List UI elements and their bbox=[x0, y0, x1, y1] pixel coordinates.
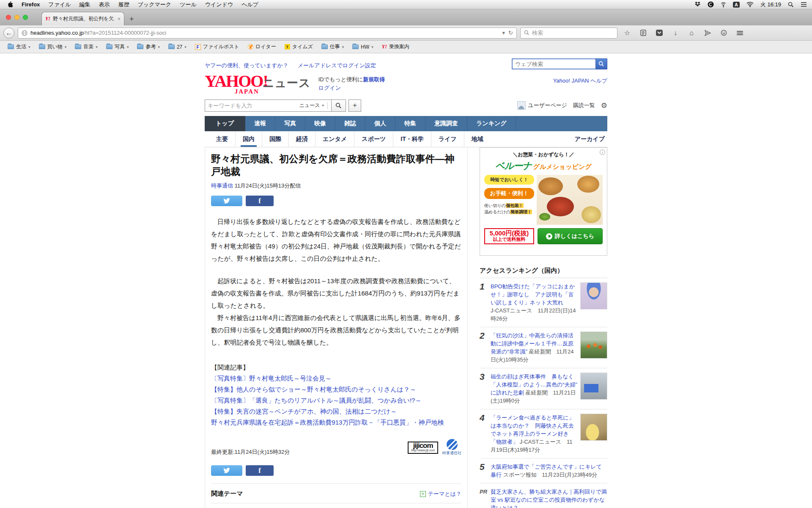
menu-clock[interactable]: 火 16:19 bbox=[760, 1, 781, 8]
apple-icon[interactable] bbox=[8, 1, 13, 8]
nav-tab-ranking[interactable]: ランキング bbox=[467, 116, 516, 131]
bookmarks-menu-icon[interactable] bbox=[637, 30, 650, 36]
bookmark-transit[interactable]: Y!乗換案内 bbox=[379, 42, 413, 52]
menu-icon[interactable] bbox=[733, 30, 746, 36]
ranking-thumbnail[interactable] bbox=[580, 414, 607, 441]
related-link[interactable]: 【特集】他人のそら似でショー～野々村竜太郎氏のそっくりさんは？～ bbox=[211, 384, 461, 395]
yahoo-news-logo[interactable]: YAHOO! JAPAN ニュース bbox=[205, 74, 311, 95]
tab-close-icon[interactable]: × bbox=[117, 16, 121, 22]
nav-tab-magazine[interactable]: 雑誌 bbox=[335, 116, 365, 131]
facebook-share-button[interactable]: f bbox=[246, 465, 274, 476]
downloads-icon[interactable]: ↓ bbox=[669, 29, 682, 37]
nav-tab-photo[interactable]: 写真 bbox=[275, 116, 305, 131]
urlbar-dropdown-icon[interactable]: ▾ bbox=[502, 30, 505, 36]
nav-tab-poll[interactable]: 意識調査 bbox=[425, 116, 467, 131]
notification-center-icon[interactable] bbox=[801, 2, 807, 7]
pr-link[interactable]: 貧乏大家さん、勝ち組大家さん｜高利回りで満室 vs 駅近なのに空室この投資物件の… bbox=[491, 489, 607, 508]
ranking-thumbnail[interactable] bbox=[580, 331, 607, 359]
twitter-share-button[interactable] bbox=[211, 465, 242, 476]
ad-cta-button[interactable]: 詳しくはこちら bbox=[538, 228, 603, 244]
subscriptions-link[interactable]: 購読一覧 bbox=[573, 102, 595, 109]
bookmark-folder-music[interactable]: 音楽▾ bbox=[71, 42, 101, 52]
browser-search-field[interactable]: 検索 bbox=[520, 28, 617, 39]
bookmark-filepost[interactable]: Fファイルポスト bbox=[192, 42, 243, 52]
jiji-press-logo[interactable]: 時事通信社 bbox=[442, 439, 461, 456]
ranking-thumbnail[interactable] bbox=[580, 373, 607, 400]
new-tab-button[interactable]: + bbox=[124, 14, 139, 25]
nav-tab-feature[interactable]: 特集 bbox=[395, 116, 425, 131]
web-search-input[interactable] bbox=[512, 58, 595, 69]
menu-item-window[interactable]: ウインドウ bbox=[201, 1, 238, 8]
bookmark-reuters[interactable]: ロイター bbox=[244, 42, 280, 52]
yahoo-japan-link[interactable]: Yahoo! JAPAN bbox=[553, 77, 589, 84]
archive-link[interactable]: アーカイブ bbox=[575, 135, 607, 143]
menu-item-history[interactable]: 履歴 bbox=[114, 1, 134, 8]
bookmark-folder-reference[interactable]: 参考▾ bbox=[134, 42, 163, 52]
bookmark-times[interactable]: Tタイムズ bbox=[281, 42, 316, 52]
twitter-share-button[interactable] bbox=[211, 196, 242, 206]
source-link[interactable]: 時事通信 bbox=[211, 182, 233, 189]
menu-item-file[interactable]: ファイル bbox=[44, 1, 75, 8]
bookmark-folder-hw[interactable]: HW▾ bbox=[349, 42, 377, 52]
search-scope-dropdown[interactable]: ニュース▾ bbox=[299, 102, 328, 109]
subnav-world[interactable]: 国際 bbox=[262, 131, 289, 147]
bookmark-star-icon[interactable]: ☆ bbox=[621, 29, 634, 37]
menu-item-view[interactable]: 表示 bbox=[95, 1, 114, 8]
menu-item-firefox[interactable]: Firefox bbox=[17, 1, 44, 8]
back-button[interactable]: ← bbox=[3, 28, 14, 39]
home-icon[interactable]: ⌂ bbox=[685, 29, 698, 37]
url-bar[interactable]: headlines.yahoo.co.jp/hl?a=20151124-0000… bbox=[18, 28, 517, 39]
hello-icon[interactable] bbox=[717, 30, 730, 36]
subnav-entertainment[interactable]: エンタメ bbox=[315, 131, 354, 147]
spotlight-icon[interactable] bbox=[788, 2, 794, 8]
minimize-window-button[interactable] bbox=[14, 15, 19, 20]
adobe-cc-icon[interactable] bbox=[708, 1, 714, 8]
bookmark-folder-shopping[interactable]: 買い物▾ bbox=[36, 42, 70, 52]
menu-item-bookmarks[interactable]: ブックマーク bbox=[134, 1, 176, 8]
jijicom-logo[interactable]: jijicom http://www.jiji.com bbox=[408, 442, 438, 454]
subnav-economy[interactable]: 経済 bbox=[289, 131, 315, 147]
user-page-link[interactable]: ユーザーページ bbox=[517, 101, 567, 110]
wireless-device-icon[interactable] bbox=[721, 2, 726, 8]
ad-info-icon[interactable]: i bbox=[600, 149, 605, 155]
ad-banner[interactable]: i ＼お惣菜・おかずなら！／ ベルーナ グルメショッピング 時短でおいしく！ お… bbox=[480, 147, 607, 256]
subnav-main[interactable]: 主要 bbox=[205, 131, 236, 147]
browser-tab[interactable]: Y! 野々村元県議、初公判を欠... × bbox=[41, 12, 124, 25]
nav-tab-top[interactable]: トップ bbox=[205, 116, 245, 131]
bookmark-folder-27[interactable]: 27▾ bbox=[165, 42, 190, 52]
pocket-icon[interactable] bbox=[653, 30, 666, 36]
nav-tab-video[interactable]: 映像 bbox=[305, 116, 335, 131]
subnav-domestic[interactable]: 国内 bbox=[236, 131, 262, 147]
news-search-button[interactable] bbox=[332, 99, 346, 112]
bookmark-folder-photo[interactable]: 写真▾ bbox=[103, 42, 132, 52]
bookmark-folder-life[interactable]: 生活▾ bbox=[4, 42, 34, 52]
subnav-sports[interactable]: スポーツ bbox=[354, 131, 393, 147]
web-search-button[interactable] bbox=[595, 58, 607, 69]
menu-item-edit[interactable]: 編集 bbox=[75, 1, 95, 8]
wifi-icon[interactable] bbox=[746, 2, 754, 7]
gear-icon[interactable]: ⚙ bbox=[601, 101, 607, 110]
bookmark-folder-work[interactable]: 仕事▾ bbox=[318, 42, 348, 52]
login-link[interactable]: ログイン bbox=[318, 85, 341, 91]
nav-tab-personal[interactable]: 個人 bbox=[365, 116, 395, 131]
related-link[interactable]: 〔写真特集〕野々村竜太郎氏～号泣会見～ bbox=[211, 373, 461, 384]
subnav-it-science[interactable]: IT・科学 bbox=[393, 131, 431, 147]
related-link[interactable]: 野々村元兵庫県議を在宅起訴＝政務活動費913万円詐取－「手口悪質」・神戸地検 bbox=[211, 417, 461, 428]
ranking-link[interactable]: BPO勧告受けた「アッコにおまかせ！」謝罪なし アナ説明も「言い訳しまくり」ネッ… bbox=[491, 283, 575, 306]
share-icon[interactable] bbox=[701, 30, 714, 36]
menu-item-tools[interactable]: ツール bbox=[176, 1, 201, 8]
keyword-input[interactable] bbox=[208, 102, 299, 109]
signup-link[interactable]: 新規取得 bbox=[363, 76, 385, 83]
mail-login-link[interactable]: メールアドレスでログイン設定 bbox=[298, 62, 376, 69]
help-link[interactable]: ヘルプ bbox=[590, 77, 607, 84]
subnav-life[interactable]: ライフ bbox=[431, 131, 464, 147]
close-window-button[interactable] bbox=[6, 15, 11, 20]
nav-tab-flash[interactable]: 速報 bbox=[245, 116, 275, 131]
input-source-icon[interactable]: A bbox=[733, 2, 740, 8]
zoom-window-button[interactable] bbox=[23, 15, 28, 20]
related-link[interactable]: 【特集】失言の迷宮～ベンチがアホ、神の国、法相は二つだけ～ bbox=[211, 406, 461, 417]
promo-link[interactable]: ヤフーの便利、使っていますか？ bbox=[205, 62, 288, 69]
ranking-thumbnail[interactable] bbox=[580, 282, 607, 309]
reload-icon[interactable]: ↻ bbox=[508, 30, 513, 36]
menu-item-help[interactable]: ヘルプ bbox=[237, 1, 263, 8]
